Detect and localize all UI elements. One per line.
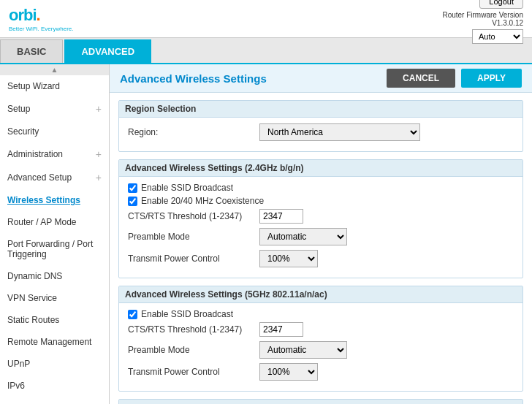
coexistence-checkbox[interactable] [128, 197, 137, 206]
sidebar-item-dynamic-dns[interactable]: Dynamic DNS [0, 265, 109, 287]
region-label: Region: [128, 127, 259, 137]
sidebar: ▲ Setup Wizard Setup + Security Administ… [0, 64, 110, 404]
sidebar-item-advanced-setup[interactable]: Advanced Setup + [0, 166, 109, 189]
auto-select[interactable]: Auto [472, 29, 523, 44]
power-control-24: 100% 75% 50% 25% [259, 250, 514, 267]
page-title: Advanced Wireless Settings [120, 72, 267, 85]
logout-button[interactable]: Logout [479, 0, 523, 9]
cts-row-5g: CTS/RTS Threshold (1-2347) [128, 322, 514, 337]
cts-input-24[interactable] [259, 209, 303, 224]
power-select-24[interactable]: 100% 75% 50% 25% [259, 250, 318, 267]
coexistence-label: Enable 20/40 MHz Coexistence [141, 196, 264, 206]
sidebar-item-vpn-service[interactable]: VPN Service [0, 287, 109, 309]
preamble-select-24[interactable]: Automatic Long Short [259, 228, 347, 245]
ssid-broadcast-row-24: Enable SSID Broadcast [128, 183, 514, 193]
sidebar-item-remote-management[interactable]: Remote Management [0, 331, 109, 353]
region-row: Region: North America Europe Asia Austra… [128, 123, 514, 141]
sidebar-item-setup-wizard[interactable]: Setup Wizard [0, 75, 109, 97]
region-select[interactable]: North America Europe Asia Australia Japa… [259, 123, 420, 141]
power-row-5g: Transmit Power Control 100% 75% 50% 25% [128, 363, 514, 381]
power-label-24: Transmit Power Control [128, 254, 259, 264]
wireless-5g-body: Enable SSID Broadcast CTS/RTS Threshold … [119, 303, 522, 391]
cancel-button[interactable]: CANCEL [387, 69, 455, 88]
page-title-bar: Advanced Wireless Settings CANCEL APPLY [110, 64, 532, 93]
logo-tagline: Better WiFi. Everywhere. [9, 26, 73, 32]
preamble-row-24: Preamble Mode Automatic Long Short [128, 228, 514, 245]
cts-row-24: CTS/RTS Threshold (1-2347) [128, 209, 514, 224]
preamble-control-5g: Automatic Long Short [259, 341, 514, 359]
coexistence-row: Enable 20/40 MHz Coexistence [128, 196, 514, 206]
header-right: Logout Router Firmware Version V1.3.0.12… [442, 0, 523, 44]
ssid-broadcast-checkbox-24[interactable] [128, 183, 137, 193]
apply-button[interactable]: APPLY [461, 69, 522, 88]
sidebar-item-security[interactable]: Security [0, 121, 109, 142]
sidebar-item-static-routes[interactable]: Static Routes [0, 309, 109, 331]
content-area: Advanced Wireless Settings CANCEL APPLY … [110, 64, 532, 404]
cts-control-5g [259, 322, 514, 337]
ssid-broadcast-label-24: Enable SSID Broadcast [141, 183, 233, 193]
backhaul-header: Backhaul Password [119, 400, 522, 404]
region-section-body: Region: North America Europe Asia Austra… [119, 118, 522, 151]
cts-control-24 [259, 209, 514, 224]
wireless-24-header: Advanced Wireless Settings (2.4GHz b/g/n… [119, 160, 522, 177]
power-label-5g: Transmit Power Control [128, 367, 259, 377]
sidebar-item-wireless-settings[interactable]: Wireless Settings [0, 189, 109, 211]
wireless-24-body: Enable SSID Broadcast Enable 20/40 MHz C… [119, 177, 522, 278]
wireless-5g-header: Advanced Wireless Settings (5GHz 802.11a… [119, 286, 522, 303]
sidebar-item-router-ap-mode[interactable]: Router / AP Mode [0, 211, 109, 233]
sidebar-item-port-forwarding[interactable]: Port Forwarding / Port Triggering [0, 233, 109, 265]
preamble-control-24: Automatic Long Short [259, 228, 514, 245]
region-section: Region Selection Region: North America E… [118, 100, 523, 152]
cts-label-5g: CTS/RTS Threshold (1-2347) [128, 324, 259, 335]
ssid-broadcast-checkbox-5g[interactable] [128, 310, 137, 319]
sidebar-plus-icon: + [96, 172, 102, 183]
sidebar-item-traffic-meter[interactable]: Traffic Meter [0, 397, 109, 404]
region-control: North America Europe Asia Australia Japa… [259, 123, 514, 141]
backhaul-section: Backhaul Password Orbi can generate a ne… [118, 399, 523, 404]
sidebar-item-ipv6[interactable]: IPv6 [0, 375, 109, 397]
sidebar-item-upnp[interactable]: UPnP [0, 353, 109, 375]
preamble-label-5g: Preamble Mode [128, 345, 259, 355]
firmware-info: Router Firmware Version V1.3.0.12 [442, 11, 523, 27]
sidebar-plus-icon: + [96, 103, 102, 115]
wireless-5g-section: Advanced Wireless Settings (5GHz 802.11a… [118, 286, 523, 392]
sidebar-item-setup[interactable]: Setup + [0, 97, 109, 121]
sidebar-scroll-up[interactable]: ▲ [0, 64, 109, 75]
auto-select-wrap: Auto [472, 29, 523, 44]
wireless-24-section: Advanced Wireless Settings (2.4GHz b/g/n… [118, 159, 523, 278]
cts-label-24: CTS/RTS Threshold (1-2347) [128, 211, 259, 221]
ssid-broadcast-label-5g: Enable SSID Broadcast [141, 309, 233, 319]
region-section-header: Region Selection [119, 101, 522, 118]
preamble-row-5g: Preamble Mode Automatic Long Short [128, 341, 514, 359]
power-control-5g: 100% 75% 50% 25% [259, 363, 514, 381]
action-buttons: CANCEL APPLY [387, 69, 522, 88]
tab-advanced[interactable]: ADVANCED [64, 39, 151, 63]
logo-area: orbi. Better WiFi. Everywhere. [9, 6, 73, 32]
preamble-select-5g[interactable]: Automatic Long Short [259, 341, 347, 359]
preamble-label-24: Preamble Mode [128, 232, 259, 242]
sidebar-item-administration[interactable]: Administration + [0, 142, 109, 166]
ssid-broadcast-row-5g: Enable SSID Broadcast [128, 309, 514, 319]
sidebar-plus-icon: + [96, 148, 102, 160]
tab-basic[interactable]: BASIC [0, 39, 63, 63]
cts-input-5g[interactable] [259, 322, 303, 337]
power-row-24: Transmit Power Control 100% 75% 50% 25% [128, 250, 514, 267]
power-select-5g[interactable]: 100% 75% 50% 25% [259, 363, 318, 381]
orbi-logo: orbi. [9, 6, 73, 25]
